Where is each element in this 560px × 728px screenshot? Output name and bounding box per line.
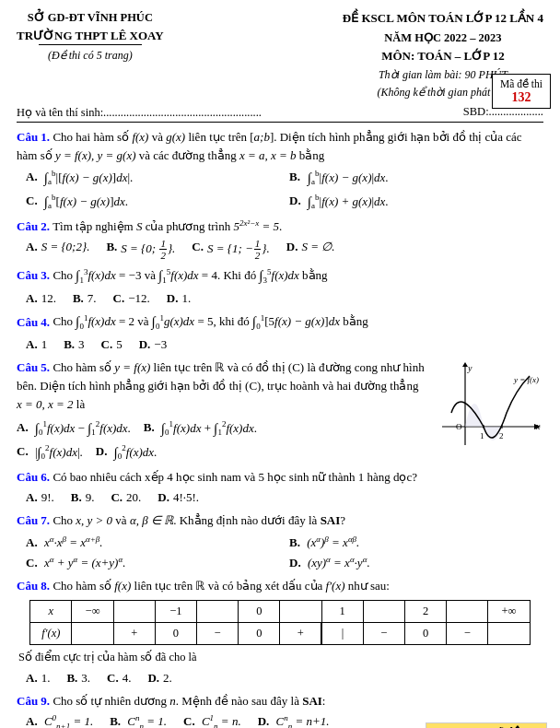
table-plus2: + (280, 622, 321, 644)
q5-title: Câu 5. (17, 360, 50, 374)
q5-graph: x y O 1 2 y = f(x) (433, 362, 543, 445)
table-fprime: f′(x) (30, 622, 72, 644)
table-zero3: 0 (404, 622, 446, 644)
q6-answer-B: B. 9. (71, 488, 95, 507)
q2-answer-A: A. S = {0;2}. (26, 238, 89, 261)
q5-answer-B: B. ∫01f(x)dx + ∫12f(x)dx. (144, 418, 257, 440)
q8-subtext: Số điểm cực trị của hàm số đã cho là (18, 649, 543, 666)
table-neg-inf: −∞ (72, 600, 113, 622)
q7-answers: A. xα·xβ = xα+β. B. (xα)β = xαβ. C. xα +… (26, 534, 543, 573)
q1-title: Câu 1. (17, 130, 50, 144)
table-neg1: −1 (155, 600, 196, 622)
q7-text: Cho x, y > 0 và α, β ∈ ℝ. Khẳng định nào… (52, 513, 345, 527)
q8-answer-B: B. 3. (66, 669, 90, 687)
table-two: 2 (404, 600, 446, 622)
svg-text:O: O (456, 422, 462, 431)
q1-answers: A. ∫ab|[f(x) − g(x)]dx|. B. ∫ab|f(x) − g… (26, 168, 543, 213)
q2-answer-B: B. S = {0; 12}. (106, 238, 175, 261)
q4-title: Câu 4. (17, 314, 50, 328)
q2-answer-C: C. S = {1; −12}. (192, 238, 269, 261)
q1-answer-C: C. ∫ab[f(x) − g(x)]dx. (26, 192, 280, 213)
q3-text: Cho ∫13f(x)dx = −3 và ∫15f(x)dx = 4. Khi… (52, 268, 327, 282)
table-zero: 0 (239, 600, 280, 622)
exam-title: ĐỀ KSCL MÔN TOÁN LỚP 12 LẦN 4 (343, 9, 543, 29)
question-3: Câu 3. Cho ∫13f(x)dx = −3 và ∫15f(x)dx =… (17, 265, 543, 307)
q4-answer-D: D. −3 (139, 335, 167, 354)
question-5: Câu 5. Cho hàm số y = f(x) liên tục trên… (17, 358, 543, 464)
q5-text-area: Câu 5. Cho hàm số y = f(x) liên tục trên… (17, 358, 426, 464)
q5-graph-svg: x y O 1 2 y = f(x) (433, 362, 543, 450)
q9-answer-D: D. Cnn = n+1. (258, 712, 330, 728)
q9-answer-B: B. Cnn = 1. (110, 712, 167, 728)
ho-ten-label: Họ và tên thí sinh:.....................… (17, 105, 456, 120)
q4-answers: A. 1 B. 3 C. 5 D. −3 (26, 335, 543, 354)
q3-answers: A. 12. B. 7. C. −12. D. 1. (26, 289, 543, 308)
table-spacer3 (280, 600, 321, 622)
q7-answer-A: A. xα·xβ = xα+β. (26, 534, 280, 552)
question-4: Câu 4. Cho ∫01f(x)dx = 2 và ∫01g(x)dx = … (17, 312, 543, 354)
q4-text: Cho ∫01f(x)dx = 2 và ∫01g(x)dx = 5, khi … (52, 314, 368, 328)
q3-answer-C: C. −12. (113, 289, 150, 308)
table-minus2: − (363, 622, 404, 644)
footer-bar: Trang 1/5 - Mã đề 132 (426, 722, 547, 728)
table-header-x: x (30, 600, 72, 622)
q6-answer-A: A. 9!. (26, 488, 54, 507)
q5-answers: A. ∫01f(x)dx − ∫12f(x)dx. B. ∫01f(x)dx +… (17, 418, 426, 464)
q8-title: Câu 8. (17, 579, 50, 593)
q7-answer-B: B. (xα)β = xαβ. (289, 534, 543, 552)
q5-text: Cho hàm số y = f(x) liên tục trên ℝ và c… (17, 360, 425, 411)
q8-answer-C: C. 4. (107, 669, 131, 687)
question-7: Câu 7. Cho x, y > 0 và α, β ∈ ℝ. Khẳng đ… (17, 511, 543, 572)
q1-answer-D: D. ∫ab|f(x) + g(x)|dx. (289, 192, 543, 213)
q2-answers: A. S = {0;2}. B. S = {0; 12}. C. S = {1;… (26, 238, 543, 261)
q3-answer-A: A. 12. (26, 289, 56, 308)
svg-text:x: x (535, 421, 541, 431)
q3-title: Câu 3. (17, 268, 50, 282)
exam-pages: (Đề thi có 5 trang) (17, 47, 164, 64)
q2-answer-D: D. S = ∅. (286, 238, 335, 261)
q3-answer-B: B. 7. (73, 289, 97, 308)
q4-answer-A: A. 1 (26, 335, 47, 354)
table-spacer2 (197, 600, 239, 622)
question-6: Câu 6. Có bao nhiêu cách xếp 4 học sinh … (17, 468, 543, 507)
q8-answer-A: A. 1. (26, 669, 50, 687)
table-spacer5 (447, 600, 488, 622)
q5-answer-D: D. ∫02f(x)dx. (96, 442, 158, 464)
q5-answer-A: A. ∫01f(x)dx − ∫12f(x)dx. (17, 418, 131, 440)
q9-answer-C: C. C1n = n. (183, 712, 241, 728)
header: SỞ GD-ĐT VĨNH PHÚC TRƯỜNG THPT LÊ XOAY (… (17, 9, 543, 101)
table-zero2: 0 (239, 622, 280, 644)
svg-text:y: y (467, 363, 472, 373)
q6-answers: A. 9!. B. 9. C. 20. D. 4!·5!. (26, 488, 543, 507)
q6-title: Câu 6. (17, 470, 50, 484)
table-zero1: 0 (155, 622, 196, 644)
q9-title: Câu 9. (17, 694, 50, 708)
ma-de-number: 132 (500, 90, 542, 105)
q2-title: Câu 2. (17, 219, 50, 233)
ma-de-box: Mã đề thi 132 (492, 74, 551, 109)
school-name: TRƯỜNG THPT LÊ XOAY (17, 27, 164, 45)
q1-text: Cho hai hàm số f(x) và g(x) liên tục trê… (17, 130, 522, 162)
table-v2 (488, 622, 530, 644)
question-8: Câu 8. Cho hàm số f(x) liên tục trên ℝ v… (17, 577, 543, 687)
q7-answer-D: D. (xy)α = xα·yα. (289, 554, 543, 572)
q1-answer-B: B. ∫ab|f(x) − g(x)|dx. (289, 168, 543, 189)
header-left: SỞ GD-ĐT VĨNH PHÚC TRƯỜNG THPT LÊ XOAY (… (17, 9, 164, 64)
q7-answer-C: C. xα + yα = (x+y)α. (26, 554, 280, 572)
table-pos-inf: +∞ (488, 600, 530, 622)
q5-container: Câu 5. Cho hàm số y = f(x) liên tục trên… (17, 358, 543, 464)
question-1: Câu 1. Cho hai hàm số f(x) và g(x) liên … (17, 128, 543, 213)
sbd-line: Họ và tên thí sinh:.....................… (17, 105, 543, 123)
q6-text: Có bao nhiêu cách xếp 4 học sinh nam và … (52, 470, 417, 484)
page: SỞ GD-ĐT VĨNH PHÚC TRƯỜNG THPT LÊ XOAY (… (0, 0, 560, 728)
table-one: 1 (321, 600, 363, 622)
q1-answer-A: A. ∫ab|[f(x) − g(x)]dx|. (26, 168, 280, 189)
q4-answer-B: B. 3 (64, 335, 84, 354)
svg-text:1: 1 (480, 431, 484, 440)
q4-answer-C: C. 5 (101, 335, 122, 354)
q8-text: Cho hàm số f(x) liên tục trên ℝ và có bả… (52, 579, 390, 593)
q9-answer-A: A. C0n+1 = 1. (26, 712, 93, 728)
table-v1 (72, 622, 113, 644)
table-spacer4 (363, 600, 404, 622)
table-bar: | (321, 622, 363, 644)
